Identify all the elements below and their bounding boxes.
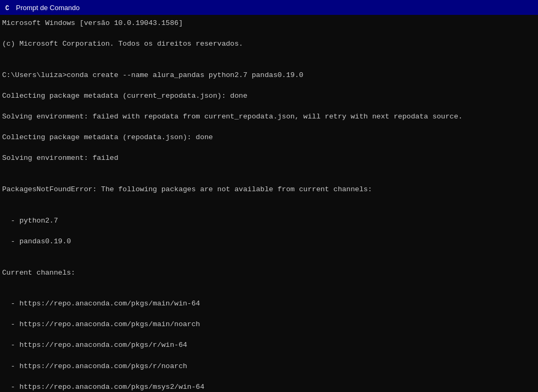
terminal-line: Microsoft Windows [versão 10.0.19043.158… xyxy=(2,18,536,29)
title-bar: C Prompt de Comando xyxy=(0,0,538,15)
terminal-line: - https://repo.anaconda.com/pkgs/msys2/w… xyxy=(2,382,536,392)
terminal-line: Collecting package metadata (repodata.js… xyxy=(2,132,536,143)
terminal-line: - https://repo.anaconda.com/pkgs/main/no… xyxy=(2,319,536,330)
terminal-line: - https://repo.anaconda.com/pkgs/main/wi… xyxy=(2,299,536,309)
svg-text:C: C xyxy=(5,5,9,12)
terminal-line: Current channels: xyxy=(2,268,536,278)
terminal-line: Solving environment: failed with repodat… xyxy=(2,112,536,122)
terminal-line: PackagesNotFoundError: The following pac… xyxy=(2,184,536,195)
title-bar-icon: C xyxy=(4,3,13,12)
terminal-line: - https://repo.anaconda.com/pkgs/r/win-6… xyxy=(2,340,536,351)
title-bar-text: Prompt de Comando xyxy=(16,4,80,12)
terminal-line: - pandas0.19.0 xyxy=(2,236,536,247)
terminal-line: - https://repo.anaconda.com/pkgs/r/noarc… xyxy=(2,361,536,372)
terminal-line: - python2.7 xyxy=(2,216,536,226)
terminal-line: (c) Microsoft Corporation. Todos os dire… xyxy=(2,39,536,49)
terminal-line: Collecting package metadata (current_rep… xyxy=(2,91,536,101)
terminal[interactable]: Microsoft Windows [versão 10.0.19043.158… xyxy=(0,15,538,392)
terminal-line: Solving environment: failed xyxy=(2,153,536,164)
terminal-line: C:\Users\luiza>conda create --name alura… xyxy=(2,70,536,81)
